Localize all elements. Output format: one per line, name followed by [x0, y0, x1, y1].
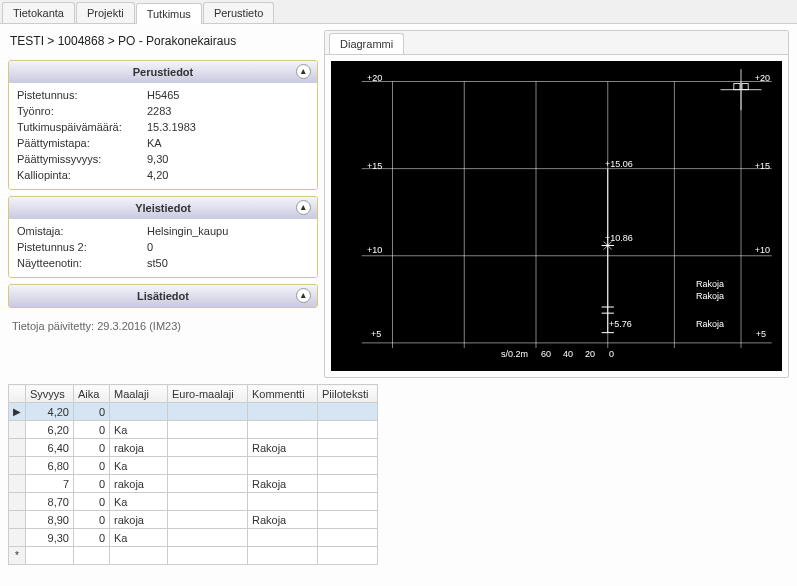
- cell[interactable]: [168, 439, 248, 457]
- col-kommentti[interactable]: Kommentti: [248, 385, 318, 403]
- col-syvyys[interactable]: Syvyys: [26, 385, 74, 403]
- row-indicator: [9, 493, 26, 511]
- table-row[interactable]: ▶4,200: [9, 403, 378, 421]
- cell[interactable]: [318, 421, 378, 439]
- cell[interactable]: 8,90: [26, 511, 74, 529]
- cell[interactable]: [168, 511, 248, 529]
- table-row[interactable]: 70rakojaRakoja: [9, 475, 378, 493]
- cell[interactable]: 7: [26, 475, 74, 493]
- tab-perustieto[interactable]: Perustieto: [203, 2, 275, 23]
- cell[interactable]: [168, 493, 248, 511]
- cell[interactable]: 0: [74, 421, 110, 439]
- cell[interactable]: [318, 547, 378, 565]
- annotation: Rakoja: [696, 319, 724, 329]
- cell[interactable]: 0: [74, 493, 110, 511]
- cell[interactable]: 9,30: [26, 529, 74, 547]
- cell[interactable]: 6,80: [26, 457, 74, 475]
- cell[interactable]: rakoja: [110, 475, 168, 493]
- y-tick-r: +15: [755, 161, 770, 171]
- table-row[interactable]: 8,700Ka: [9, 493, 378, 511]
- content-row: TESTI > 1004868 > PO - Porakonekairaus P…: [0, 24, 797, 384]
- table-row[interactable]: 6,400rakojaRakoja: [9, 439, 378, 457]
- cell[interactable]: [318, 511, 378, 529]
- cell[interactable]: [318, 529, 378, 547]
- cell[interactable]: rakoja: [110, 439, 168, 457]
- tab-diagrammi[interactable]: Diagrammi: [329, 33, 404, 54]
- table-row-new[interactable]: *: [9, 547, 378, 565]
- cell[interactable]: 8,70: [26, 493, 74, 511]
- label: Omistaja:: [17, 225, 147, 237]
- cell[interactable]: Ka: [110, 529, 168, 547]
- cell[interactable]: Rakoja: [248, 475, 318, 493]
- cell[interactable]: [168, 529, 248, 547]
- panel-perustiedot-header[interactable]: Perustiedot ▴: [9, 61, 317, 83]
- cell[interactable]: Rakoja: [248, 439, 318, 457]
- table-row[interactable]: 6,200Ka: [9, 421, 378, 439]
- row-indicator: [9, 439, 26, 457]
- diagram-tabstrip: Diagrammi: [325, 31, 788, 55]
- tab-tutkimus[interactable]: Tutkimus: [136, 3, 202, 24]
- cell[interactable]: [110, 547, 168, 565]
- cell[interactable]: [248, 493, 318, 511]
- table-row[interactable]: 6,800Ka: [9, 457, 378, 475]
- cell[interactable]: Ka: [110, 493, 168, 511]
- panel-lisatiedot: Lisätiedot ▴: [8, 284, 318, 308]
- annotation: Rakoja: [696, 279, 724, 289]
- value: 2283: [147, 105, 309, 117]
- y-tick: +20: [367, 73, 382, 83]
- cell[interactable]: [248, 457, 318, 475]
- cell[interactable]: 6,40: [26, 439, 74, 457]
- cell[interactable]: Rakoja: [248, 511, 318, 529]
- collapse-icon[interactable]: ▴: [296, 288, 311, 303]
- cell[interactable]: [26, 547, 74, 565]
- row-indicator: [9, 511, 26, 529]
- cell[interactable]: [168, 403, 248, 421]
- collapse-icon[interactable]: ▴: [296, 200, 311, 215]
- col-euromaalaji[interactable]: Euro-maalaji: [168, 385, 248, 403]
- cell[interactable]: [318, 457, 378, 475]
- tab-projekti[interactable]: Projekti: [76, 2, 135, 23]
- cell[interactable]: [168, 475, 248, 493]
- data-grid-wrap: Syvyys Aika Maalaji Euro-maalaji Komment…: [0, 384, 797, 586]
- cell[interactable]: rakoja: [110, 511, 168, 529]
- panel-perustiedot: Perustiedot ▴ Pistetunnus:H5465 Työnro:2…: [8, 60, 318, 190]
- cell[interactable]: 0: [74, 439, 110, 457]
- panel-lisatiedot-header[interactable]: Lisätiedot ▴: [9, 285, 317, 307]
- cell[interactable]: [168, 457, 248, 475]
- cell[interactable]: 0: [74, 475, 110, 493]
- row-indicator: [9, 529, 26, 547]
- cell[interactable]: 0: [74, 529, 110, 547]
- cell[interactable]: [318, 439, 378, 457]
- panel-yleistiedot-header[interactable]: Yleistiedot ▴: [9, 197, 317, 219]
- cell[interactable]: [248, 421, 318, 439]
- cell[interactable]: 6,20: [26, 421, 74, 439]
- cell[interactable]: [110, 403, 168, 421]
- col-maalaji[interactable]: Maalaji: [110, 385, 168, 403]
- cell[interactable]: [168, 547, 248, 565]
- cell[interactable]: [74, 547, 110, 565]
- row-indicator: *: [9, 547, 26, 565]
- data-grid[interactable]: Syvyys Aika Maalaji Euro-maalaji Komment…: [8, 384, 378, 565]
- cell[interactable]: Ka: [110, 457, 168, 475]
- label: Näytteenotin:: [17, 257, 147, 269]
- cell[interactable]: [318, 493, 378, 511]
- cell[interactable]: [318, 403, 378, 421]
- cell[interactable]: [248, 403, 318, 421]
- panel-perustiedot-body: Pistetunnus:H5465 Työnro:2283 Tutkimuspä…: [9, 83, 317, 189]
- cell[interactable]: 0: [74, 511, 110, 529]
- cell[interactable]: [318, 475, 378, 493]
- cell[interactable]: [248, 547, 318, 565]
- cell[interactable]: Ka: [110, 421, 168, 439]
- cell[interactable]: 4,20: [26, 403, 74, 421]
- cell[interactable]: [168, 421, 248, 439]
- table-row[interactable]: 9,300Ka: [9, 529, 378, 547]
- col-aika[interactable]: Aika: [74, 385, 110, 403]
- col-piiloteksti[interactable]: Piiloteksti: [318, 385, 378, 403]
- collapse-icon[interactable]: ▴: [296, 64, 311, 79]
- table-row[interactable]: 8,900rakojaRakoja: [9, 511, 378, 529]
- cell[interactable]: [248, 529, 318, 547]
- cell[interactable]: 0: [74, 457, 110, 475]
- tab-tietokanta[interactable]: Tietokanta: [2, 2, 75, 23]
- diagram-canvas[interactable]: +20 +15 +10 +5 +20 +15 +10 +5 +15.06 +10…: [331, 61, 782, 371]
- cell[interactable]: 0: [74, 403, 110, 421]
